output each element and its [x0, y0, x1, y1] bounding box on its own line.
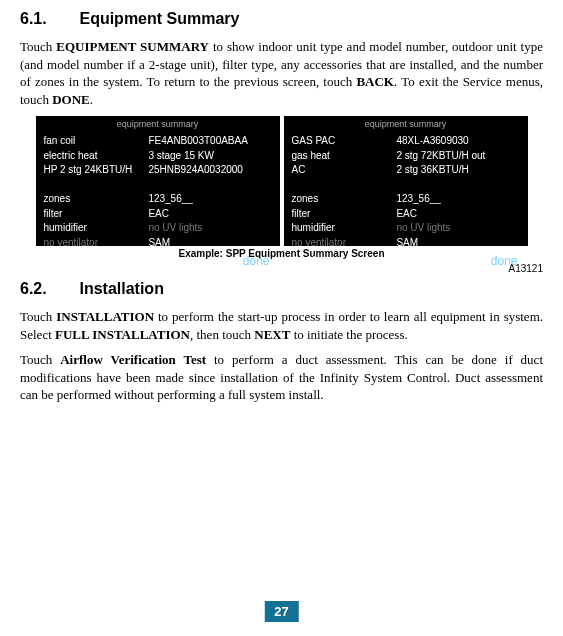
- screen-1-body: fan coil electric heat HP 2 stg 24KBTU/H…: [36, 132, 280, 252]
- list-item: 2 stg 36KBTU/H: [396, 163, 519, 178]
- list-item: zones: [44, 192, 149, 207]
- page-number: 27: [264, 601, 298, 622]
- list-item: filter: [292, 207, 397, 222]
- list-item: 25HNB924A0032000: [148, 163, 271, 178]
- section-6-1-paragraph: Touch EQUIPMENT SUMMARY to show indoor u…: [20, 38, 543, 108]
- back-button[interactable]: back: [46, 254, 71, 268]
- screen-1-footer: back done: [36, 252, 280, 272]
- list-item: gas heat: [292, 149, 397, 164]
- back-button[interactable]: back: [294, 254, 319, 268]
- done-button[interactable]: done: [491, 254, 518, 268]
- screen-2-title: equipment summary: [284, 116, 528, 132]
- list-item: filter: [44, 207, 149, 222]
- list-item: 2 stg 72KBTU/H out: [396, 149, 519, 164]
- screen-2-col-right: 48XL-A3609030 2 stg 72KBTU/H out 2 stg 3…: [396, 134, 519, 250]
- section-6-1-heading: 6.1. Equipment Summary: [20, 10, 543, 28]
- list-item: humidifier: [292, 221, 397, 236]
- screen-1-col-right: FE4ANB003T00ABAA 3 stage 15 KW 25HNB924A…: [148, 134, 271, 250]
- section-6-2-paragraph-1: Touch INSTALLATION to perform the start-…: [20, 308, 543, 343]
- section-6-2-title: Installation: [79, 280, 163, 297]
- list-item: no UV lights: [148, 221, 271, 236]
- equipment-summary-screen-2: equipment summary GAS PAC gas heat AC zo…: [284, 116, 528, 246]
- screen-2-col-left: GAS PAC gas heat AC zones filter humidif…: [292, 134, 397, 250]
- screen-2-body: GAS PAC gas heat AC zones filter humidif…: [284, 132, 528, 252]
- list-item: AC: [292, 163, 397, 178]
- list-item: SAM: [148, 236, 271, 251]
- section-6-2-number: 6.2.: [20, 280, 75, 298]
- list-item: zones: [292, 192, 397, 207]
- list-item: no ventilator: [292, 236, 397, 251]
- list-item: 48XL-A3609030: [396, 134, 519, 149]
- screen-1-col-left: fan coil electric heat HP 2 stg 24KBTU/H…: [44, 134, 149, 250]
- list-item: [44, 178, 149, 193]
- list-item: SAM: [396, 236, 519, 251]
- done-button[interactable]: done: [243, 254, 270, 268]
- list-item: EAC: [396, 207, 519, 222]
- list-item: humidifier: [44, 221, 149, 236]
- list-item: [292, 178, 397, 193]
- list-item: no UV lights: [396, 221, 519, 236]
- list-item: 123_56__: [148, 192, 271, 207]
- section-6-1-number: 6.1.: [20, 10, 75, 28]
- equipment-summary-screen-1: equipment summary fan coil electric heat…: [36, 116, 280, 246]
- list-item: 3 stage 15 KW: [148, 149, 271, 164]
- section-6-2-heading: 6.2. Installation: [20, 280, 543, 298]
- list-item: fan coil: [44, 134, 149, 149]
- screen-2-footer: back done: [284, 252, 528, 272]
- screenshot-container: equipment summary fan coil electric heat…: [20, 116, 543, 246]
- list-item: GAS PAC: [292, 134, 397, 149]
- list-item: EAC: [148, 207, 271, 222]
- list-item: 123_56__: [396, 192, 519, 207]
- list-item: electric heat: [44, 149, 149, 164]
- screen-1-title: equipment summary: [36, 116, 280, 132]
- list-item: FE4ANB003T00ABAA: [148, 134, 271, 149]
- section-6-1-title: Equipment Summary: [79, 10, 239, 27]
- list-item: no ventilator: [44, 236, 149, 251]
- section-6-2-paragraph-2: Touch Airflow Verification Test to perfo…: [20, 351, 543, 404]
- list-item: [396, 178, 519, 193]
- list-item: [148, 178, 271, 193]
- list-item: HP 2 stg 24KBTU/H: [44, 163, 149, 178]
